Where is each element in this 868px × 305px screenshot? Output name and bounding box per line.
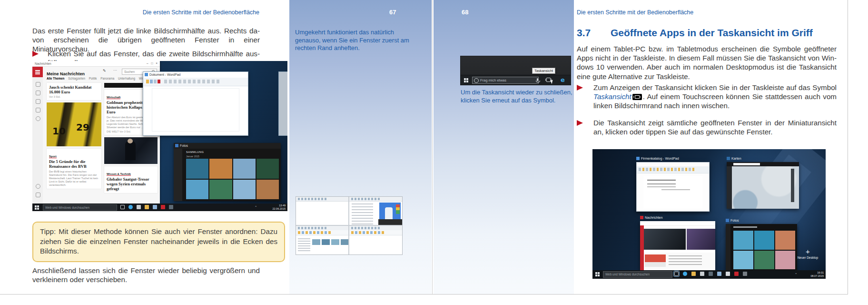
cortana-placeholder: Frag mich etwas	[480, 78, 506, 82]
screenshot-taskbar-taskview: Taskansicht Frag mich etwas	[461, 56, 571, 85]
maps-topbar	[727, 162, 799, 166]
fotos-titlebar: Fotos	[174, 143, 281, 149]
window-sliver	[278, 71, 287, 136]
screenshot-four-windows	[296, 197, 402, 254]
photos-icon	[153, 205, 157, 209]
photo-article	[104, 137, 158, 164]
screenshot-split-windows: Nachrichten Meine Nachrichten Suchen All…	[32, 61, 287, 211]
nav-alle-themen: Alle Themen	[47, 77, 64, 80]
hamburger-icon	[32, 67, 43, 77]
article-title: Die 5 Gründe für die Renaissance des BVB	[49, 159, 99, 169]
app-icon	[709, 272, 713, 276]
fotos-rail	[726, 224, 730, 271]
quad-toolbar	[296, 197, 348, 202]
photos-icon	[717, 272, 721, 276]
article-body: Der BVB legt einen historischen Startrek…	[49, 170, 99, 187]
taskview-tooltip: Taskansicht	[532, 68, 555, 74]
taskbar-clock: 13:49 22.06.2015	[272, 204, 286, 211]
wordpad-title: Dokument - WordPad	[149, 73, 180, 76]
fotos-collection-label: SAMMLUNG	[186, 151, 204, 153]
article-category: Wirtschaft	[107, 96, 120, 99]
quad-ribbon	[349, 230, 402, 235]
page-gutter-line	[432, 0, 433, 294]
bullet1-text-pre: Zum Anzeigen der Taskansicht klicken Sie…	[593, 83, 837, 92]
microphone-icon	[537, 78, 538, 81]
running-head-right: Die ersten Schritte mit der Bedienoberfl…	[577, 9, 837, 16]
screenshot-task-view: Firmenkatalog - WordPad Karten Nachricht…	[592, 149, 826, 279]
figure-caption: Um die Taskansicht wieder zu schließen, …	[461, 89, 574, 104]
store-icon	[137, 205, 141, 209]
fotos-rail	[174, 149, 182, 201]
quad-toolbar	[349, 197, 402, 202]
home-icon	[36, 82, 40, 87]
edge-icon	[683, 272, 687, 276]
thumb-wordpad	[636, 162, 710, 212]
news-header: Meine Nachrichten Suchen	[47, 69, 158, 75]
thumb-label-wordpad: Firmenkatalog - WordPad	[636, 157, 679, 160]
taskbar-search-box: Web und Windows durchsuchen	[603, 271, 672, 278]
cortana-icon	[474, 78, 479, 83]
quad-window-document	[349, 226, 402, 254]
thumb-label-nachrichten: Nachrichten	[640, 216, 662, 219]
news-icon	[161, 205, 165, 209]
start-button-icon	[464, 78, 468, 82]
wordpad-ribbon	[143, 78, 248, 86]
quad-footer-band	[378, 219, 402, 225]
wordpad-icon	[145, 73, 148, 76]
store-icon	[700, 272, 704, 276]
paragraph-taskview-intro: Auf einem Tablet-PC bzw. im Tabletmodus …	[577, 44, 837, 81]
maps-icon	[727, 157, 730, 160]
fotos-icon	[175, 144, 178, 147]
news-icon	[734, 272, 739, 276]
section-number: 3.7	[577, 27, 611, 39]
tray-icons: ^	[255, 205, 258, 208]
news-column-left: Jauch schenkt Kandidat 16.000 Euro Vor 3…	[47, 83, 101, 191]
clock-time: 13:49	[272, 204, 286, 207]
article-title: Jauch schenkt Kandidat 16.000 Euro	[49, 85, 99, 94]
settings-icon	[36, 193, 40, 197]
start-button-icon	[35, 205, 39, 210]
news-photo	[687, 229, 715, 250]
smiley-icon	[36, 116, 40, 121]
nav-panorama: Panorama	[100, 77, 114, 80]
maps-scrollbar	[791, 169, 794, 202]
maps-map-area	[732, 166, 799, 209]
page-number-67: 67	[389, 9, 396, 16]
app-icon	[169, 205, 173, 209]
article-card: Sport Die 5 Gründe für die Renaissance d…	[47, 149, 101, 189]
quad-text-lines	[352, 203, 373, 225]
thumb-label-fotos: Fotos	[726, 219, 739, 222]
mini-taskbar: Frag mich etwas	[461, 75, 571, 85]
news-rail	[640, 225, 644, 271]
nav-schlagzeilen: Schlagzeilen	[68, 77, 85, 80]
edge-icon	[128, 205, 133, 209]
bullet-item-show-taskview: Zum Anzeigen der Taskansicht klicken Sie…	[593, 83, 837, 111]
news-topbar	[640, 221, 715, 226]
fotos-header	[733, 226, 757, 228]
bullet-triangle-icon	[577, 120, 583, 126]
photo-bvb-players: 10 29	[47, 102, 101, 146]
wordpad-icon	[726, 272, 730, 276]
quad-ribbon	[296, 230, 348, 235]
page-number-68: 68	[462, 9, 468, 16]
tip-text: Tipp: Mit dieser Methode können Sie auch…	[40, 227, 277, 255]
wordpad-document	[152, 88, 239, 132]
taskbar: Web und Windows durchsuchen ^ 16:01 08.0…	[592, 270, 826, 279]
thumb-label-karten: Karten	[727, 157, 741, 160]
start-button-icon	[595, 272, 600, 276]
clock-date: 08.07.2015	[810, 274, 824, 278]
taskbar: Web und Windows durchsuchen ^ 13:49 22.0…	[32, 203, 287, 211]
section-title: Geöffnete Apps in der Taskansicht im Gri…	[611, 27, 813, 38]
mouse-cursor	[551, 80, 554, 84]
bullet-item-taskview-shows: Die Taskansicht zeigt sämtliche geöffnet…	[593, 118, 837, 136]
window-controls-icon	[147, 61, 158, 65]
new-desktop-label: Neuer Desktop	[798, 256, 818, 259]
article-card: Wissen & Technik Globaler Saatgut-Tresor…	[104, 166, 158, 193]
thumb-karten	[727, 162, 799, 209]
jersey-number: 29	[76, 122, 89, 133]
clock-time: 16:01	[810, 271, 824, 274]
paragraph-resize: Anschließend lassen sich die Fenster wie…	[32, 266, 260, 284]
taskbar-icons	[120, 205, 173, 209]
video-icon	[36, 108, 40, 112]
news-nav: Alle Themen Schlagzeilen Politik Panoram…	[47, 77, 159, 80]
